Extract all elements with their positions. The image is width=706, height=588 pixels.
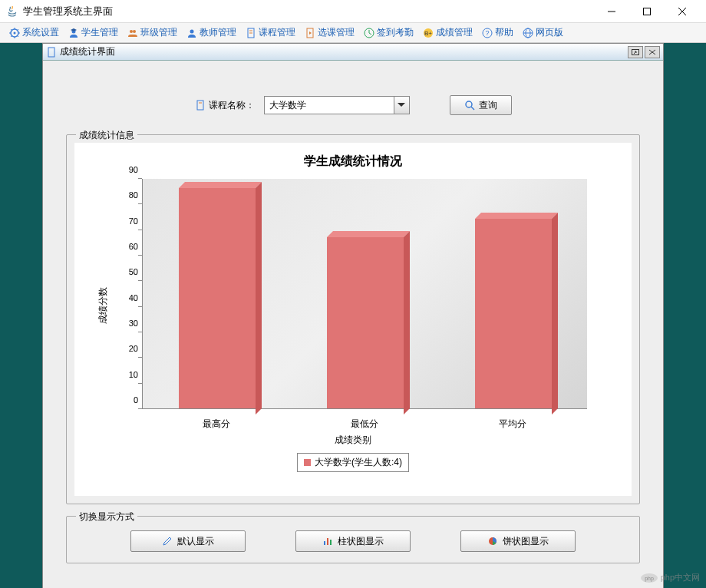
menu-web-version[interactable]: 网页版 bbox=[518, 25, 568, 41]
svg-point-9 bbox=[190, 29, 194, 33]
course-selected-value: 大学数学 bbox=[265, 99, 394, 112]
y-tick: 80 bbox=[119, 190, 138, 200]
clock-icon bbox=[364, 28, 374, 38]
watermark: php php中文网 bbox=[640, 572, 700, 583]
menubar: 系统设置 学生管理 班级管理 教师管理 课程管理 选课管理 签到考勤 B+成绩管… bbox=[0, 23, 706, 43]
web-icon bbox=[523, 28, 533, 38]
menu-label: 课程管理 bbox=[259, 26, 295, 39]
y-axis-label: 成绩分数 bbox=[97, 287, 110, 324]
svg-point-28 bbox=[466, 101, 472, 107]
window-title: 学生管理系统主界面 bbox=[23, 5, 594, 18]
svg-rect-31 bbox=[327, 538, 328, 545]
y-tick: 40 bbox=[119, 293, 138, 302]
menu-attendance[interactable]: 签到考勤 bbox=[359, 25, 418, 41]
y-tick: 60 bbox=[119, 242, 138, 251]
default-view-label: 默认显示 bbox=[177, 535, 214, 548]
switch-fieldset: 切换显示方式 默认显示 柱状图显示 饼状图显示 bbox=[66, 516, 640, 563]
pie-chart-icon bbox=[487, 536, 498, 547]
doc-back-icon bbox=[305, 28, 315, 38]
badge-icon: B+ bbox=[423, 28, 434, 38]
internal-frame-titlebar: 成绩统计界面 bbox=[43, 44, 663, 61]
y-tick: 50 bbox=[119, 267, 138, 276]
doc-icon bbox=[195, 100, 206, 111]
switch-fieldset-legend: 切换显示方式 bbox=[76, 510, 137, 524]
menu-label: 教师管理 bbox=[200, 26, 236, 39]
chart-legend: 大学数学(学生人数:4) bbox=[297, 453, 409, 472]
default-view-button[interactable]: 默认显示 bbox=[130, 530, 246, 552]
window-controls bbox=[594, 0, 700, 23]
y-tick: 70 bbox=[119, 216, 138, 226]
doc-icon bbox=[246, 28, 256, 38]
course-name-label: 课程名称： bbox=[195, 99, 255, 112]
internal-frame-body: 课程名称： 大学数学 查询 成绩统计信息 学生成绩统计情况 成绩分数 bbox=[43, 61, 663, 588]
svg-text:?: ? bbox=[485, 29, 489, 37]
x-label: 最低分 bbox=[290, 413, 438, 432]
window-titlebar: 学生管理系统主界面 bbox=[0, 0, 706, 23]
menu-score-manage[interactable]: B+成绩管理 bbox=[418, 25, 477, 41]
search-icon bbox=[464, 100, 475, 111]
course-label-text: 课程名称： bbox=[209, 99, 255, 112]
student-icon bbox=[68, 28, 79, 38]
bar-chart-button[interactable]: 柱状图显示 bbox=[295, 530, 411, 552]
chevron-down-icon bbox=[394, 97, 409, 114]
chart-plot-area: 成绩分数 最高分最低分平均分 0102030405060708090 bbox=[127, 179, 602, 432]
main-desktop: 成绩统计界面 课程名称： 大学数学 查询 bbox=[0, 43, 706, 588]
maximize-button[interactable] bbox=[629, 0, 665, 23]
x-label: 平均分 bbox=[439, 413, 587, 432]
x-axis-labels: 最高分最低分平均分 bbox=[142, 413, 587, 432]
doc-icon bbox=[46, 47, 57, 58]
iframe-close-button[interactable] bbox=[645, 46, 660, 58]
menu-student-manage[interactable]: 学生管理 bbox=[64, 25, 123, 41]
menu-label: 成绩管理 bbox=[436, 26, 473, 39]
svg-text:B+: B+ bbox=[424, 30, 432, 37]
pie-chart-button[interactable]: 饼状图显示 bbox=[460, 530, 576, 552]
group-icon bbox=[127, 28, 138, 38]
menu-system-settings[interactable]: 系统设置 bbox=[5, 25, 64, 41]
y-tick: 90 bbox=[119, 165, 138, 174]
java-icon bbox=[6, 5, 18, 18]
pie-chart-label: 饼状图显示 bbox=[503, 535, 549, 548]
y-tick: 20 bbox=[119, 344, 138, 353]
svg-text:php: php bbox=[645, 576, 654, 582]
close-button[interactable] bbox=[665, 0, 700, 23]
stats-fieldset-legend: 成绩统计信息 bbox=[76, 129, 137, 142]
menu-label: 学生管理 bbox=[81, 26, 118, 39]
chart-title: 学生成绩统计情况 bbox=[81, 149, 625, 179]
watermark-text: php中文网 bbox=[661, 572, 700, 583]
menu-label: 帮助 bbox=[495, 26, 513, 39]
menu-course-manage[interactable]: 课程管理 bbox=[241, 25, 300, 41]
x-axis-label: 成绩类别 bbox=[81, 432, 625, 447]
menu-class-manage[interactable]: 班级管理 bbox=[123, 25, 182, 41]
svg-rect-32 bbox=[330, 540, 332, 545]
svg-rect-22 bbox=[48, 48, 54, 57]
course-select[interactable]: 大学数学 bbox=[264, 96, 410, 114]
svg-rect-30 bbox=[324, 541, 325, 545]
bar-chart-label: 柱状图显示 bbox=[338, 535, 384, 548]
chart-container: 学生成绩统计情况 成绩分数 最高分最低分平均分 0102030405060708… bbox=[74, 143, 632, 496]
chart-canvas bbox=[142, 179, 587, 409]
menu-label: 系统设置 bbox=[22, 26, 59, 39]
menu-label: 班级管理 bbox=[140, 26, 177, 39]
menu-label: 网页版 bbox=[536, 26, 563, 39]
bar-chart-icon bbox=[322, 536, 333, 547]
x-label: 最高分 bbox=[142, 413, 290, 432]
switch-button-row: 默认显示 柱状图显示 饼状图显示 bbox=[74, 524, 632, 555]
gear-icon bbox=[9, 28, 20, 38]
internal-frame-title: 成绩统计界面 bbox=[60, 45, 626, 58]
teacher-icon bbox=[186, 28, 197, 38]
svg-point-7 bbox=[130, 30, 133, 33]
svg-rect-26 bbox=[197, 101, 203, 110]
svg-line-29 bbox=[471, 107, 474, 110]
y-tick: 10 bbox=[119, 370, 138, 379]
legend-swatch bbox=[304, 459, 311, 466]
svg-point-8 bbox=[133, 30, 136, 33]
iframe-maximize-button[interactable] bbox=[628, 46, 643, 58]
help-icon: ? bbox=[482, 28, 493, 38]
query-button[interactable]: 查询 bbox=[450, 95, 512, 115]
minimize-button[interactable] bbox=[594, 0, 629, 23]
menu-label: 签到考勤 bbox=[377, 26, 414, 39]
menu-help[interactable]: ?帮助 bbox=[477, 25, 518, 41]
menu-select-course-manage[interactable]: 选课管理 bbox=[300, 25, 359, 41]
score-stats-frame: 成绩统计界面 课程名称： 大学数学 查询 bbox=[42, 43, 664, 588]
menu-teacher-manage[interactable]: 教师管理 bbox=[182, 25, 241, 41]
